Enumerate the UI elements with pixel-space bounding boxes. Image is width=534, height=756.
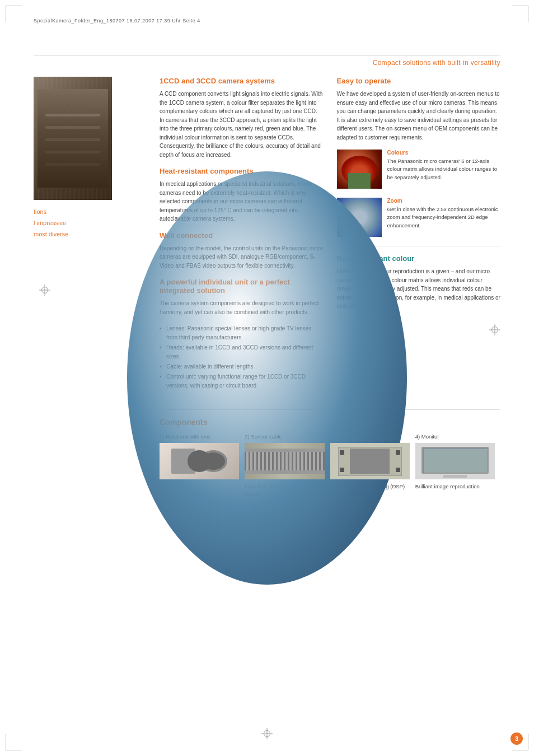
sidebar-camera-image — [34, 77, 112, 200]
component-2-image — [245, 443, 324, 479]
page-title: Compact solutions with built-in versatil… — [34, 59, 500, 67]
zoom-thumbnail — [337, 198, 382, 237]
section-heading-ccd: 1CCD and 3CCD camera systems — [160, 77, 324, 85]
colours-title: Colours — [387, 150, 501, 156]
section-heading-heat: Heat-resistant components — [160, 167, 324, 175]
component-monitor: 4) Monitor Brilliant image reproduction — [415, 433, 500, 491]
reg-mark-left — [39, 284, 143, 296]
zoom-title: Zoom — [387, 198, 501, 204]
right-content: 1CCD and 3CCD camera systems A CCD compo… — [160, 77, 500, 499]
component-4-image — [415, 443, 495, 479]
left-sidebar: tions l impressive most diverse — [34, 77, 143, 499]
sidebar-line-2: l impressive — [34, 218, 143, 229]
colours-thumbnail — [337, 150, 382, 189]
file-info-bar: SpezialKamera_Folder_Eng_180707 18.07.20… — [34, 18, 200, 24]
zoom-caption: Zoom Get in close with the 2.5x continuo… — [387, 198, 501, 230]
reg-mark-right — [489, 324, 500, 335]
zoom-image — [337, 198, 382, 237]
crop-mark-top-right — [512, 6, 528, 22]
zoom-text: Get in close with the 2.5x continuous el… — [387, 206, 501, 230]
component-1-image — [160, 443, 239, 479]
component-4-label: 4) Monitor — [415, 433, 495, 440]
crop-mark-top-left — [6, 6, 22, 22]
sidebar-text: tions l impressive most diverse — [34, 207, 143, 240]
section-body-ccd: A CCD component converts light signals i… — [160, 90, 324, 159]
body-columns: 1CCD and 3CCD camera systems A CCD compo… — [160, 77, 500, 398]
zoom-block: Zoom Get in close with the 2.5x continuo… — [337, 198, 501, 237]
page-number-badge: 3 — [510, 732, 523, 745]
colours-text: The Panasonic micro cameras' 6 or 12-axi… — [387, 157, 501, 181]
colours-caption: Colours The Panasonic micro cameras' 6 o… — [387, 150, 501, 181]
sidebar-line-1: tions — [34, 207, 143, 218]
component-3-image — [330, 443, 410, 479]
colours-image — [337, 150, 382, 189]
main-content: tions l impressive most diverse 1CCD and… — [34, 77, 500, 499]
reg-mark-bottom — [261, 728, 273, 739]
crop-mark-bottom-left — [6, 734, 22, 750]
section-heading-easy: Easy to operate — [337, 77, 501, 85]
sidebar-line-3: most diverse — [34, 229, 143, 240]
section-body-easy: We have developed a system of user-frien… — [337, 90, 501, 142]
colours-block: Colours The Panasonic micro cameras' 6 o… — [337, 150, 501, 189]
component-4-desc: Brilliant image reproduction — [415, 483, 495, 491]
page-container: Compact solutions with built-in versatil… — [34, 34, 500, 722]
header-rule — [34, 55, 500, 55]
file-info-text: SpezialKamera_Folder_Eng_180707 18.07.20… — [34, 18, 200, 24]
body-right-column: Easy to operate We have developed a syst… — [337, 77, 501, 398]
